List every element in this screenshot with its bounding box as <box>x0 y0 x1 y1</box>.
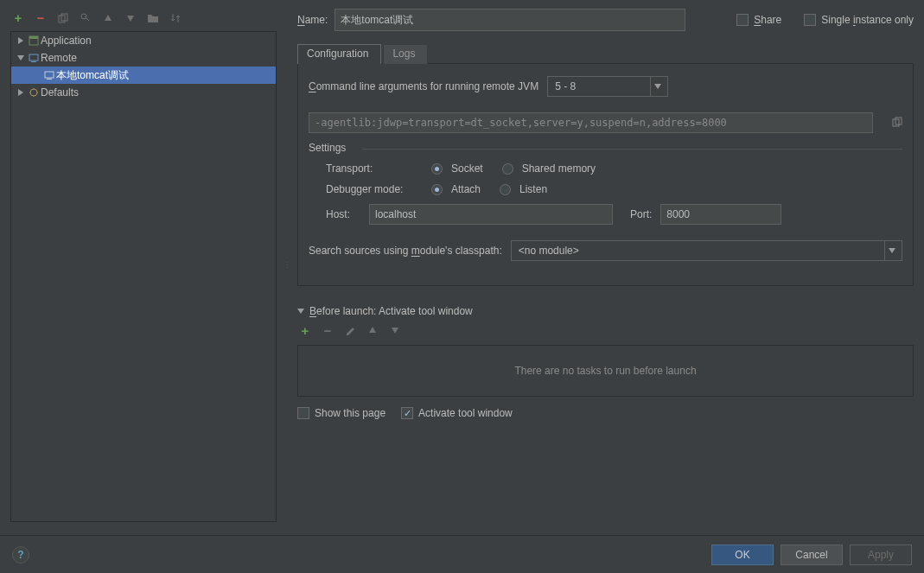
splitter[interactable]: ⋮ <box>285 9 289 522</box>
show-this-page-label: Show this page <box>315 407 386 419</box>
jvm-version-value: 5 - 8 <box>555 80 576 92</box>
folder-icon[interactable] <box>147 12 159 24</box>
port-input[interactable] <box>660 204 781 225</box>
name-label: Name: <box>297 14 328 26</box>
move-up-icon[interactable] <box>102 12 114 24</box>
host-label: Host: <box>326 208 360 220</box>
task-down-icon[interactable] <box>389 324 401 336</box>
config-panel: Command line arguments for running remot… <box>297 64 914 286</box>
add-config-icon[interactable]: + <box>12 12 24 24</box>
tree-node-defaults[interactable]: Defaults <box>11 84 276 101</box>
transport-shared-label: Shared memory <box>522 162 596 175</box>
svg-rect-6 <box>31 61 36 62</box>
config-tree[interactable]: Application Remote 本地tomcat调试 Defaults <box>10 31 277 522</box>
debugger-listen-radio[interactable] <box>500 184 511 195</box>
port-label: Port: <box>630 208 652 220</box>
debugger-attach-radio[interactable] <box>431 184 443 195</box>
remove-config-icon[interactable]: − <box>35 12 47 24</box>
svg-point-2 <box>81 14 86 19</box>
transport-label: Transport: <box>326 162 412 175</box>
edit-task-icon[interactable] <box>344 324 356 336</box>
show-this-page-checkbox[interactable] <box>297 407 309 419</box>
remote-icon <box>42 70 56 80</box>
tree-node-application[interactable]: Application <box>11 32 276 49</box>
tree-node-config[interactable]: 本地tomcat调试 <box>11 67 276 84</box>
chevron-right-icon <box>15 86 27 99</box>
chevron-down-icon <box>650 77 664 96</box>
host-input[interactable] <box>369 204 613 225</box>
single-instance-label: Single instance only <box>821 14 914 26</box>
chevron-down-icon <box>884 241 898 260</box>
copy-config-icon[interactable] <box>57 12 69 24</box>
jvm-version-select[interactable]: 5 - 8 <box>547 76 668 97</box>
before-launch-title: Before launch: Activate tool window <box>309 305 473 317</box>
name-input[interactable] <box>335 9 685 31</box>
agent-args-field[interactable] <box>309 112 873 133</box>
module-classpath-label: Search sources using module's classpath: <box>309 245 502 257</box>
tasks-list: There are no tasks to run before launch <box>297 345 914 397</box>
apply-button[interactable]: Apply <box>850 544 912 565</box>
tab-logs[interactable]: Logs <box>383 44 428 64</box>
task-up-icon[interactable] <box>366 324 379 336</box>
module-select[interactable]: <no module> <box>511 240 902 261</box>
debugger-attach-label: Attach <box>451 183 481 195</box>
transport-shared-radio[interactable] <box>502 163 513 175</box>
add-task-icon[interactable]: + <box>299 324 311 336</box>
settings-title: Settings <box>309 142 902 154</box>
tree-label: 本地tomcat调试 <box>56 68 129 83</box>
dialog-button-bar: ? OK Cancel Apply <box>0 535 924 573</box>
share-label: Share <box>754 14 781 26</box>
svg-rect-8 <box>47 79 52 80</box>
copy-args-icon[interactable] <box>892 117 902 130</box>
cancel-button[interactable]: Cancel <box>781 544 843 565</box>
activate-tool-window-label: Activate tool window <box>418 407 513 419</box>
remote-icon <box>27 53 41 63</box>
svg-rect-7 <box>45 72 54 78</box>
application-icon <box>27 35 41 46</box>
share-checkbox[interactable] <box>736 14 749 26</box>
svg-rect-5 <box>29 54 38 60</box>
help-icon[interactable]: ? <box>12 546 29 563</box>
transport-socket-radio[interactable] <box>431 163 443 175</box>
tasks-empty-text: There are no tasks to run before launch <box>514 365 696 377</box>
before-launch-header[interactable]: Before launch: Activate tool window <box>297 305 914 317</box>
tab-configuration[interactable]: Configuration <box>297 44 381 64</box>
single-instance-checkbox[interactable] <box>804 14 816 26</box>
sort-icon[interactable] <box>169 12 182 24</box>
chevron-down-icon <box>15 52 27 64</box>
tree-node-remote[interactable]: Remote <box>11 49 276 67</box>
tabs: Configuration Logs <box>297 43 914 64</box>
move-down-icon[interactable] <box>124 12 137 24</box>
tree-label: Application <box>41 35 92 47</box>
ok-button[interactable]: OK <box>711 544 774 565</box>
before-launch-toolbar: + − <box>297 324 914 336</box>
tree-label: Defaults <box>41 86 79 99</box>
debugger-mode-label: Debugger mode: <box>326 183 412 195</box>
transport-socket-label: Socket <box>451 162 483 175</box>
remove-task-icon[interactable]: − <box>322 324 334 336</box>
tree-label: Remote <box>41 52 77 64</box>
defaults-icon <box>27 87 41 98</box>
module-value: <no module> <box>519 245 579 257</box>
edit-defaults-icon[interactable] <box>80 12 92 24</box>
svg-point-9 <box>30 89 37 96</box>
activate-tool-window-checkbox[interactable] <box>401 407 413 419</box>
debugger-listen-label: Listen <box>519 183 547 195</box>
svg-rect-4 <box>29 36 38 39</box>
chevron-right-icon <box>15 35 27 47</box>
config-toolbar: + − <box>10 9 277 28</box>
cmdline-label: Command line arguments for running remot… <box>309 80 538 92</box>
